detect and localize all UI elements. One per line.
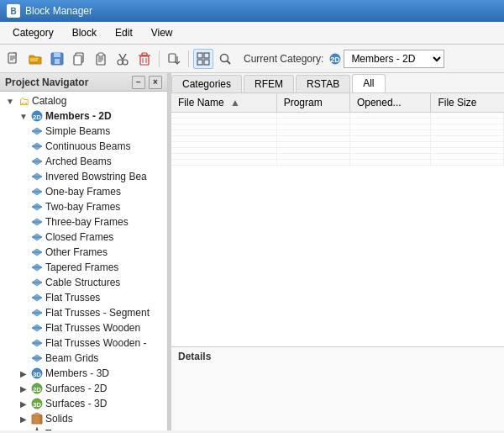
tree-item-catalog[interactable]: ▼ 🗂 Catalog xyxy=(0,93,167,108)
save-button[interactable] xyxy=(47,49,67,69)
closed-frames-label: Closed Frames xyxy=(44,231,113,243)
col-filesize[interactable]: File Size xyxy=(431,93,504,113)
svg-rect-57 xyxy=(32,415,40,424)
cut-button[interactable] xyxy=(113,49,133,69)
svg-text:2D: 2D xyxy=(33,114,41,121)
tree-item-two-bay-frames[interactable]: Two-bay Frames xyxy=(0,199,167,214)
paste-button[interactable] xyxy=(91,49,111,69)
tree-item-solids[interactable]: ▶ Solids xyxy=(0,411,167,426)
left-panel: Project Navigator − × ▼ 🗂 Catalog ▼ 2D xyxy=(0,73,168,430)
tree-item-towers[interactable]: ▶ Towers xyxy=(0,426,167,430)
surfaces-3d-label: Surfaces - 3D xyxy=(44,398,107,409)
expand-catalog[interactable]: ▼ xyxy=(3,94,17,108)
invered-bowstring-label: Invered Bowstring Bea xyxy=(44,171,147,182)
table-row[interactable] xyxy=(171,142,504,148)
svg-text:2D: 2D xyxy=(331,55,341,64)
table-row[interactable] xyxy=(171,124,504,130)
panel-minimize-btn[interactable]: − xyxy=(132,76,145,89)
menu-category[interactable]: Category xyxy=(3,24,63,42)
members-2d-icon: 2D xyxy=(30,109,44,123)
col-filename[interactable]: File Name ▲ xyxy=(171,93,276,113)
table-row[interactable] xyxy=(171,154,504,160)
solids-label: Solids xyxy=(44,413,73,425)
tab-rfem[interactable]: RFEM xyxy=(244,75,294,92)
other-frames-label: Other Frames xyxy=(44,246,108,258)
app-title: Block Manager xyxy=(25,5,92,17)
svg-rect-6 xyxy=(55,59,60,64)
flat-trusses-segment-icon xyxy=(30,306,44,319)
expand-solids[interactable]: ▶ xyxy=(17,412,30,425)
copy-button[interactable] xyxy=(69,49,89,69)
category-select[interactable]: Members - 2D xyxy=(344,50,444,68)
one-bay-frames-icon xyxy=(30,185,44,198)
toolbar: Current Category: 2D Members - 2D xyxy=(0,45,504,73)
open-button[interactable] xyxy=(25,49,45,69)
expand-towers[interactable]: ▶ xyxy=(17,427,30,430)
tab-categories[interactable]: Categories xyxy=(171,75,242,92)
import-button[interactable] xyxy=(164,49,184,69)
svg-line-30 xyxy=(228,61,231,64)
members-3d-label: Members - 3D xyxy=(44,367,109,379)
search-button[interactable] xyxy=(215,49,235,69)
arched-beams-label: Arched Beams xyxy=(44,156,112,167)
tree-item-flat-trusses[interactable]: Flat Trusses xyxy=(0,290,167,305)
flat-trusses-wooden-icon xyxy=(30,321,44,335)
tree-item-surfaces-3d[interactable]: ▶ 3D Surfaces - 3D xyxy=(0,396,167,411)
panel-close-btn[interactable]: × xyxy=(149,76,162,89)
tree-item-invered-bowstring[interactable]: Invered Bowstring Bea xyxy=(0,169,167,184)
tree-item-members-3d[interactable]: ▶ 3D Members - 3D xyxy=(0,366,167,381)
new-button[interactable] xyxy=(3,49,24,69)
tree-item-members-2d[interactable]: ▼ 2D Members - 2D xyxy=(0,108,167,124)
tab-all[interactable]: All xyxy=(352,74,385,92)
expand-surfaces-3d[interactable]: ▶ xyxy=(17,397,30,410)
tree-item-one-bay-frames[interactable]: One-bay Frames xyxy=(0,184,167,199)
table-row[interactable] xyxy=(171,148,504,154)
col-opened[interactable]: Opened... xyxy=(349,93,431,113)
tree-item-continuous-beams[interactable]: Continuous Beams xyxy=(0,139,167,154)
tree-item-simple-beams[interactable]: Simple Beams xyxy=(0,124,167,139)
tree: ▼ 🗂 Catalog ▼ 2D Members - 2D Simpl xyxy=(0,92,167,430)
closed-frames-icon xyxy=(30,230,44,244)
invered-bowstring-icon xyxy=(30,170,44,183)
col-program[interactable]: Program xyxy=(276,93,349,113)
two-bay-frames-icon xyxy=(30,200,44,214)
surfaces-3d-icon: 3D xyxy=(30,397,44,410)
tree-item-cable-structures[interactable]: Cable Structures xyxy=(0,275,167,290)
svg-rect-23 xyxy=(169,54,176,62)
table-row[interactable] xyxy=(171,119,504,124)
table-row[interactable] xyxy=(171,130,504,136)
separator-1 xyxy=(159,50,160,67)
tree-children-members-2d: Simple Beams Continuous Beams Arched Bea… xyxy=(0,124,167,366)
tree-item-beam-grids[interactable]: Beam Grids xyxy=(0,351,167,366)
menu-block[interactable]: Block xyxy=(63,24,106,42)
app-icon: B xyxy=(7,4,20,18)
expand-members-2d[interactable]: ▼ xyxy=(17,109,30,123)
tree-item-other-frames[interactable]: Other Frames xyxy=(0,245,167,260)
details-label: Details xyxy=(178,351,497,362)
grid-view-button[interactable] xyxy=(193,49,213,69)
arched-beams-icon xyxy=(30,155,44,168)
flat-trusses-segment-label: Flat Trusses - Segment xyxy=(44,307,150,319)
svg-rect-20 xyxy=(142,53,147,55)
tree-item-surfaces-2d[interactable]: ▶ 2D Surfaces - 2D xyxy=(0,381,167,396)
tree-item-flat-trusses-wooden[interactable]: Flat Trusses Wooden xyxy=(0,320,167,335)
two-bay-frames-label: Two-bay Frames xyxy=(44,201,120,213)
simple-beams-label: Simple Beams xyxy=(44,125,110,137)
menu-edit[interactable]: Edit xyxy=(106,24,142,42)
expand-members-3d[interactable]: ▶ xyxy=(17,367,30,380)
menu-view[interactable]: View xyxy=(142,24,182,42)
tree-item-closed-frames[interactable]: Closed Frames xyxy=(0,230,167,245)
current-category-wrapper: 2D Members - 2D xyxy=(328,50,444,68)
expand-surfaces-2d[interactable]: ▶ xyxy=(17,382,30,395)
tree-item-three-bay-frames[interactable]: Three-bay Frames xyxy=(0,214,167,230)
table-row[interactable] xyxy=(171,160,504,166)
table-row[interactable] xyxy=(171,136,504,142)
table-row[interactable] xyxy=(171,113,504,119)
tree-item-tapered-frames[interactable]: Tapered Frames xyxy=(0,260,167,275)
tree-item-arched-beams[interactable]: Arched Beams xyxy=(0,154,167,169)
delete-button[interactable] xyxy=(134,49,155,69)
tree-item-flat-trusses-wooden2[interactable]: Flat Trusses Wooden - xyxy=(0,335,167,351)
svg-text:2D: 2D xyxy=(33,386,41,393)
tab-rstab[interactable]: RSTAB xyxy=(296,75,350,92)
tree-item-flat-trusses-segment[interactable]: Flat Trusses - Segment xyxy=(0,305,167,320)
